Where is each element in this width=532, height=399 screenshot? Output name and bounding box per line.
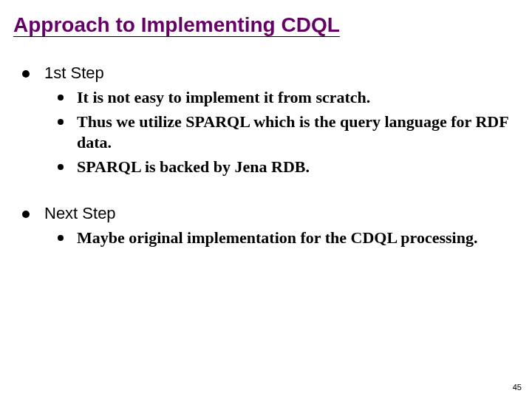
section-header-row: 1st Step xyxy=(10,64,526,83)
list-item: SPARQL is backed by Jena RDB. xyxy=(10,157,526,178)
page-number: 45 xyxy=(513,383,522,392)
section-1: 1st Step It is not easy to implement it … xyxy=(10,64,526,177)
section-2: Next Step Maybe original implementation … xyxy=(10,204,526,249)
bullet-icon xyxy=(58,95,64,100)
slide-title: Approach to Implementing CDQL xyxy=(10,13,526,37)
bullet-icon xyxy=(58,164,64,170)
section-header-row: Next Step xyxy=(10,204,526,223)
list-item-text: SPARQL is backed by Jena RDB. xyxy=(77,157,310,178)
section-label: 1st Step xyxy=(44,64,104,83)
bullet-icon xyxy=(58,119,64,125)
section-label: Next Step xyxy=(44,204,116,223)
list-item: It is not easy to implement it from scra… xyxy=(10,87,526,109)
list-item-text: Thus we utilize SPARQL which is the quer… xyxy=(77,112,526,154)
bullet-icon xyxy=(22,211,30,218)
list-item: Thus we utilize SPARQL which is the quer… xyxy=(10,112,526,154)
bullet-icon xyxy=(58,235,64,241)
list-item-text: It is not easy to implement it from scra… xyxy=(77,87,370,109)
list-item-text: Maybe original implementation for the CD… xyxy=(77,228,477,249)
bullet-icon xyxy=(22,70,30,78)
list-item: Maybe original implementation for the CD… xyxy=(10,228,526,249)
